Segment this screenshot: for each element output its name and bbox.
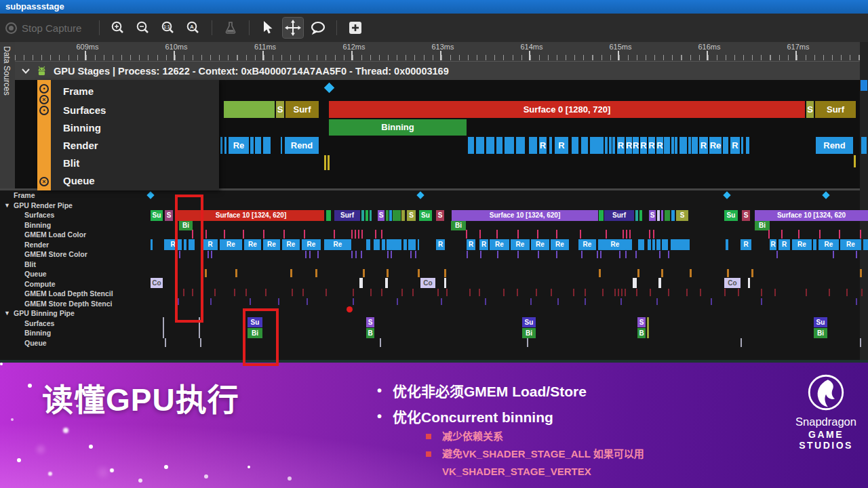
- ruler-tick-label: 609ms: [71, 43, 104, 51]
- zoom-reset-button[interactable]: 1:1: [158, 18, 178, 38]
- menu-item-blit[interactable]: Blit: [63, 157, 79, 169]
- tree-item-compute[interactable]: Compute: [24, 280, 56, 288]
- scrollbar-thumb[interactable]: [861, 80, 867, 91]
- tree-item-gpu-render-pipe[interactable]: GPU Render Pipe: [14, 201, 73, 209]
- toolbar-separator: [99, 20, 100, 35]
- plus-square-icon: [348, 20, 363, 35]
- frame-detail-panel: [0, 190, 860, 360]
- ruler-tick-label: 617ms: [782, 43, 814, 51]
- annotation-dot: [347, 306, 353, 312]
- zoom-out-icon: [136, 20, 151, 35]
- slide-title: 读懂GPU执行: [42, 375, 239, 420]
- logo-studio: GAME STUDIOS: [780, 429, 868, 451]
- tree-item-gmem-load-depth-stencil[interactable]: GMEM Load Depth Stencil: [24, 289, 113, 298]
- banner-sub-bullet: VK_SHADER_STAGE_VERTEX: [426, 463, 644, 481]
- pan-tool-button[interactable]: [283, 18, 303, 38]
- tree-expand-arrow[interactable]: ▼: [4, 310, 10, 317]
- window-title: subpassstage: [0, 0, 868, 14]
- flask-icon: [223, 20, 238, 35]
- ruler-tick-label: 614ms: [515, 43, 548, 51]
- gpu-stages-title: GPU Stages | Process: 12622 - Context: 0…: [54, 66, 449, 77]
- tree-item-surfaces[interactable]: Surfaces: [24, 319, 54, 327]
- record-icon: [5, 22, 17, 34]
- ruler-major-tick: [351, 51, 353, 60]
- tree-item-frame[interactable]: Frame: [14, 191, 35, 199]
- metrics-flask-button[interactable]: [220, 18, 241, 38]
- tree-item-gmem-load-color[interactable]: GMEM Load Color: [24, 230, 86, 239]
- logo-brand: Snapdragon: [780, 415, 868, 428]
- slide-sub-bullets: 减少依赖关系避免VK_SHADER_STAGE_ALL 如果可以用VK_SHAD…: [426, 428, 644, 481]
- select-tool-button[interactable]: [258, 18, 278, 38]
- annotation-box: [243, 308, 279, 366]
- tree-item-render[interactable]: Render: [24, 241, 49, 249]
- speech-bubble-icon: [310, 20, 326, 35]
- data-sources-label: Data Sources: [2, 46, 12, 96]
- ruler-major-tick: [85, 51, 86, 60]
- tree-item-gpu-binning-pipe[interactable]: GPU Binning Pipe: [14, 309, 75, 317]
- zoom-fit-button[interactable]: A: [183, 18, 203, 38]
- vertical-scrollbar[interactable]: [860, 42, 868, 360]
- menu-item-binning[interactable]: Binning: [63, 122, 101, 134]
- tree-item-surfaces[interactable]: Surfaces: [24, 211, 54, 219]
- bullet-dot-icon: •: [377, 409, 382, 424]
- tree-item-gmem-store-depth-stenci[interactable]: GMEM Store Depth Stenci: [24, 300, 113, 308]
- square-bullet-icon: [426, 434, 431, 439]
- zoom-out-button[interactable]: [133, 18, 153, 38]
- svg-text:A: A: [191, 24, 195, 30]
- annotate-tool-button[interactable]: [308, 18, 328, 38]
- ruler-tick-label: 610ms: [160, 43, 193, 51]
- tree-item-binning[interactable]: Binning: [24, 221, 51, 229]
- ruler-major-tick: [795, 51, 797, 60]
- ruler-tick-label: 613ms: [427, 43, 459, 51]
- cursor-icon: [261, 20, 275, 35]
- tree-item-queue[interactable]: Queue: [24, 270, 47, 278]
- chevron-down-icon: [22, 68, 30, 74]
- ruler-tick-label: 612ms: [338, 43, 370, 51]
- snapdragon-logo: Snapdragon GAME STUDIOS: [780, 373, 868, 451]
- add-view-button[interactable]: [345, 18, 366, 38]
- data-sources-tab[interactable]: Data Sources: [0, 42, 15, 190]
- stop-capture-button[interactable]: Stop Capture: [5, 22, 81, 34]
- tree-item-queue[interactable]: Queue: [24, 339, 47, 347]
- ruler-major-tick: [174, 51, 175, 60]
- menu-item-render[interactable]: Render: [63, 140, 98, 151]
- close-icon[interactable]: ×: [39, 95, 49, 104]
- target-icon[interactable]: •: [39, 106, 49, 115]
- banner-bullet: •优化非必须GMEM Load/Store: [377, 378, 587, 403]
- ruler-tick-label: 611ms: [249, 43, 281, 51]
- tree-item-blit[interactable]: Blit: [24, 260, 36, 268]
- tree-item-gmem-store-color[interactable]: GMEM Store Color: [24, 250, 87, 258]
- menu-item-frame[interactable]: Frame: [63, 85, 94, 97]
- ruler-major-tick: [262, 51, 264, 60]
- ruler-major-tick: [529, 51, 530, 60]
- ruler-minor-ticks: [15, 55, 860, 60]
- toolbar-separator: [336, 20, 337, 35]
- zoom-fit-icon: A: [186, 20, 201, 35]
- zoom-reset-icon: 1:1: [161, 20, 176, 35]
- snapdragon-flame-icon: [807, 373, 845, 411]
- menu-orange-strip: • × • ×: [37, 80, 51, 190]
- android-icon: [36, 65, 47, 77]
- ruler-major-tick: [440, 51, 441, 60]
- gpu-stages-header[interactable]: GPU Stages | Process: 12622 - Context: 0…: [15, 61, 860, 80]
- banner-sub-bullet: 减少依赖关系: [426, 428, 644, 445]
- tree-expand-arrow[interactable]: ▼: [4, 202, 10, 209]
- target-icon[interactable]: •: [39, 84, 49, 94]
- bullet-text: 优化非必须GMEM Load/Store: [393, 380, 587, 401]
- bullet-text: 优化Concurrent binning: [393, 406, 553, 426]
- ruler-tick-label: 616ms: [693, 43, 726, 51]
- annotation-box: [175, 195, 203, 323]
- time-ruler: 609ms610ms611ms612ms613ms614ms615ms616ms…: [15, 42, 860, 61]
- sub-bullet-text: VK_SHADER_STAGE_VERTEX: [442, 463, 591, 481]
- zoom-in-button[interactable]: [108, 18, 128, 38]
- menu-item-queue[interactable]: Queue: [63, 175, 95, 186]
- tree-item-binning[interactable]: Binning: [24, 329, 51, 337]
- slide-banner: 读懂GPU执行 •优化非必须GMEM Load/Store•优化Concurre…: [0, 363, 868, 488]
- square-bullet-icon: [426, 451, 431, 457]
- toolbar-separator: [212, 20, 212, 35]
- menu-item-surfaces[interactable]: Surfaces: [63, 104, 106, 116]
- close-icon[interactable]: ×: [39, 177, 49, 186]
- stop-capture-label: Stop Capture: [22, 22, 81, 34]
- ruler-major-tick: [707, 51, 708, 60]
- sub-bullet-text: 减少依赖关系: [442, 428, 503, 445]
